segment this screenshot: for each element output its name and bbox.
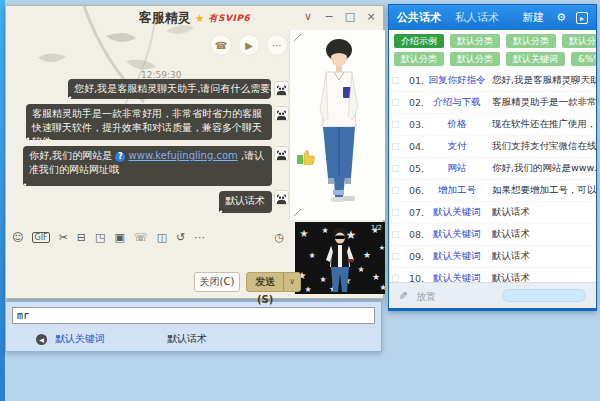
voice-call-icon: ☎ (215, 40, 227, 51)
history-icon[interactable]: ↺ (176, 231, 185, 244)
svg-text:★: ★ (321, 226, 328, 235)
row-checkbox[interactable] (392, 253, 399, 260)
screenshot-icon[interactable]: ✂ (59, 231, 68, 244)
video-call-button[interactable]: ▶ (239, 35, 259, 55)
gear-icon[interactable]: ⚙ (556, 11, 566, 24)
category-tag[interactable]: 默认分类 (562, 34, 596, 48)
chat-more-icon: ⋯ (272, 40, 282, 51)
message-bubble: 你好,我们的网站是 ? www.kefujingling.com ,请认准我们的… (23, 146, 272, 186)
send-dropdown-icon[interactable]: ∨ (283, 273, 300, 291)
send-button-label[interactable]: 发送(S) (247, 273, 283, 291)
avatar[interactable] (274, 106, 289, 121)
message-input-area[interactable] (6, 246, 289, 270)
tab-private-scripts[interactable]: 私人话术 (455, 10, 499, 25)
script-list-item[interactable]: 03.价格现在软件还在推广使用，原价98元/ (389, 114, 596, 136)
item-content: 您好,我是客服精灵聊天助手,请问有 (492, 74, 596, 87)
new-script-button[interactable]: 新建 (522, 10, 544, 25)
window-icon[interactable]: ◫ (157, 231, 167, 244)
phone-icon[interactable]: ☏ (134, 231, 148, 244)
script-list-item[interactable]: 07.默认关键词默认话术 (389, 202, 596, 224)
row-checkbox[interactable] (392, 165, 399, 172)
script-list-item[interactable]: 02.介绍与下载客服精灵助手是一款非常好用，非 (389, 92, 596, 114)
script-list: 01.回复你好指令您好,我是客服精灵聊天助手,请问有 02.介绍与下载客服精灵助… (389, 70, 596, 282)
item-content: 客服精灵助手是一款非常好用，非 (492, 96, 596, 109)
bubble-mascot-icon (68, 94, 73, 99)
tab-public-scripts[interactable]: 公共话术 (397, 10, 441, 25)
category-tag[interactable]: 默认分类 (506, 34, 556, 48)
website-link[interactable]: www.kefujingling.com (129, 150, 238, 161)
bubble-mascot-icon (219, 208, 224, 213)
item-content: 默认话术 (492, 206, 596, 219)
button-row: 关闭(C) 发送(S) ∨ (6, 272, 296, 294)
back-circle-icon[interactable]: ◀ (36, 334, 47, 345)
image-pager: 1/2 (371, 224, 382, 232)
category-tag[interactable]: &%%2b默认 (571, 52, 596, 66)
item-number: 10. (400, 273, 424, 282)
row-checkbox[interactable] (392, 275, 399, 282)
category-tag[interactable]: 默认分类 (450, 34, 500, 48)
popout-icon[interactable]: ▸ (576, 12, 588, 24)
item-content: 现在软件还在推广使用，原价98元/ (492, 118, 596, 131)
item-number: 01. (400, 75, 424, 86)
close-window-button[interactable]: × (365, 10, 377, 23)
maximize-button[interactable]: □ (344, 10, 356, 23)
message-bubble: 客服精灵助手是一款非常好用，非常省时省力的客服快速聊天软件，提升效率和对话质量，… (26, 104, 272, 140)
avatar[interactable] (274, 146, 289, 161)
input-toolbar: ☺ GIF ✂ ⊟ ◳ ▣ ☏ ◫ ↺ ⋯ ◷ (12, 228, 284, 246)
chat-more-button[interactable]: ⋯ (267, 35, 287, 55)
item-number: 07. (400, 207, 424, 218)
message-bubble: 您好,我是客服精灵聊天助手,请问有什么需要我帮助的吗 (68, 79, 271, 99)
svg-text:★: ★ (304, 285, 311, 294)
script-panel-footer: ✎ 放置 (389, 282, 596, 308)
footer-label: 放置 (416, 290, 436, 304)
message-history-icon[interactable]: ◷ (274, 231, 284, 244)
avatar[interactable] (274, 190, 289, 205)
row-checkbox[interactable] (392, 77, 399, 84)
row-checkbox[interactable] (392, 231, 399, 238)
emoji-icon[interactable]: ☺ (12, 231, 23, 244)
image-icon[interactable]: ▣ (114, 231, 124, 244)
row-checkbox[interactable] (392, 143, 399, 150)
voice-call-button[interactable]: ☎ (211, 35, 231, 55)
script-list-item[interactable]: 01.回复你好指令您好,我是客服精灵聊天助手,请问有 (389, 70, 596, 92)
row-checkbox[interactable] (392, 209, 399, 216)
row-checkbox[interactable] (392, 99, 399, 106)
script-list-item[interactable]: 04.支付我们支持支付宝微信在线支付，也 (389, 136, 596, 158)
script-list-item[interactable]: 08.默认关键词默认话术 (389, 224, 596, 246)
item-keyword: 介绍与下载 (424, 96, 490, 109)
shake-icon[interactable]: ◳ (95, 231, 105, 244)
starry-photo: ★★ ★★ ★★ ★★ ★★ ★★ ★★ ★★ (295, 222, 385, 294)
collapse-handle-icon[interactable] (294, 209, 301, 216)
window-controls: ∨ − □ × (302, 10, 377, 23)
row-checkbox[interactable] (392, 187, 399, 194)
bubble-mascot-icon (26, 135, 31, 140)
tag-row: 默认分类 默认分类 默认关键词 &%%2b默认 (394, 52, 596, 66)
category-tag[interactable]: 默认分类 (394, 52, 444, 66)
collapse-window-button[interactable]: ∨ (302, 10, 314, 23)
avatar[interactable] (274, 81, 289, 96)
folder-icon[interactable]: ⊟ (77, 231, 86, 244)
collapse-handle-icon[interactable] (294, 34, 301, 41)
script-list-item[interactable]: 06.增加工号如果想要增加工号，可以通过直接 (389, 180, 596, 202)
footer-blurred-button[interactable] (502, 289, 586, 302)
script-list-item[interactable]: 09.默认关键词默认话术 (389, 246, 596, 268)
keyword-input[interactable] (12, 307, 375, 324)
category-tag[interactable]: 默认关键词 (506, 52, 565, 66)
minimize-button[interactable]: − (323, 10, 335, 23)
send-button[interactable]: 发送(S) ∨ (246, 272, 301, 292)
category-tag[interactable]: 默认分类 (450, 52, 500, 66)
call-toolbar: ☎ ▶ ⋯ (211, 35, 287, 55)
star-icon: ★ (195, 12, 205, 25)
gif-icon[interactable]: GIF (32, 232, 49, 243)
chat-window: 客服精灵 ★ 有SVIP6 ∨ − □ × ☎ ▶ ⋯ 12:59:30 您好,… (5, 5, 384, 299)
script-list-item[interactable]: 05.网站你好,我们的网站是www.kefujingl (389, 158, 596, 180)
toolbar-more-icon[interactable]: ⋯ (194, 231, 205, 244)
script-list-item[interactable]: 10.默认关键词默认话术 (389, 268, 596, 282)
close-button[interactable]: 关闭(C) (194, 272, 240, 292)
bubble-mascot-icon (23, 181, 28, 186)
chat-title: 客服精灵 (139, 9, 191, 27)
suggestion-row[interactable]: ◀ 默认关键词 默认话术 (6, 329, 381, 349)
category-tag[interactable]: 介绍示例 (394, 34, 444, 48)
item-content: 你好,我们的网站是www.kefujingl (492, 162, 596, 175)
row-checkbox[interactable] (392, 121, 399, 128)
